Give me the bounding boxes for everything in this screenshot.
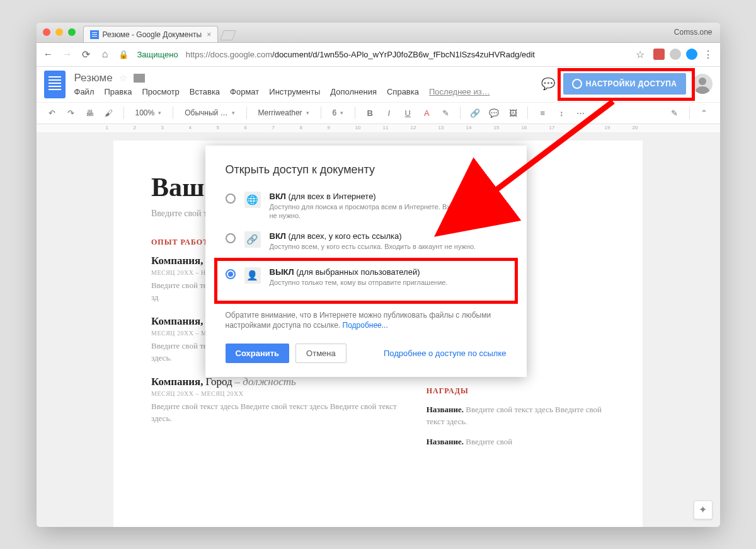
google-docs-logo-icon[interactable] <box>44 71 66 98</box>
window-maximize-icon[interactable] <box>68 28 76 36</box>
window-close-icon[interactable] <box>43 28 50 36</box>
extension-icon[interactable] <box>653 49 665 60</box>
redo-icon[interactable]: ↷ <box>64 106 78 120</box>
home-icon[interactable]: ⌂ <box>100 49 111 60</box>
address-bar: ← → ⟳ ⌂ 🔒 Защищено https://docs.google.c… <box>37 43 720 67</box>
collapse-toolbar-icon[interactable]: ⌃ <box>697 106 711 120</box>
window-titlebar: Резюме - Google Документы × Comss.one <box>37 23 720 43</box>
bold-icon[interactable]: B <box>363 106 377 120</box>
browser-tab[interactable]: Резюме - Google Документы × <box>83 26 219 42</box>
line-spacing-icon[interactable]: ‌↕ <box>554 106 568 120</box>
link-icon[interactable]: 🔗 <box>468 106 482 120</box>
option-icon: 👤 <box>244 267 261 284</box>
menu-tools[interactable]: Инструменты <box>269 87 320 96</box>
comment-icon[interactable]: 💬 <box>487 106 501 120</box>
font-size-select[interactable]: 6 <box>329 107 348 118</box>
undo-icon[interactable]: ↶ <box>45 106 59 120</box>
menu-help[interactable]: Справка <box>387 87 419 96</box>
lock-icon[interactable]: 🔒 <box>118 50 129 59</box>
share-button[interactable]: НАСТРОЙКИ ДОСТУПА <box>563 73 686 95</box>
forward-icon: → <box>62 49 73 60</box>
cancel-button[interactable]: Отмена <box>295 344 346 363</box>
secure-label: Защищено <box>137 50 178 59</box>
highlight-icon[interactable]: ✎ <box>438 106 452 120</box>
align-icon[interactable]: ≡ <box>536 106 549 120</box>
editing-mode-icon[interactable]: ✎ <box>668 106 682 120</box>
dialog-title: Открыть доступ к документу <box>226 163 507 176</box>
dialog-note: Обратите внимание, что в Интернете можно… <box>226 310 507 332</box>
tab-close-icon[interactable]: × <box>207 30 211 39</box>
docs-toolbar: ↶ ↷ 🖶 🖌 100% Обычный … Merriweather 6 B … <box>37 102 720 124</box>
globe-icon <box>572 79 582 89</box>
learn-more-link[interactable]: Подробнее... <box>343 321 388 330</box>
experience-entry[interactable]: Компания, Город – должность МЕСЯЦ 20XX –… <box>151 376 401 425</box>
extension-icon[interactable] <box>670 49 681 60</box>
radio-icon[interactable] <box>226 194 236 204</box>
print-icon[interactable]: 🖶 <box>83 106 97 120</box>
last-edit-link[interactable]: Последнее из… <box>429 87 490 96</box>
docs-header: Резюме ☆ Файл Правка Просмотр Вставка Фо… <box>37 67 720 102</box>
url-field[interactable]: https://docs.google.com/document/d/1wn55… <box>186 50 627 59</box>
underline-icon[interactable]: U <box>401 106 415 120</box>
star-icon[interactable]: ☆ <box>119 72 127 84</box>
award-entry[interactable]: Название. Введите свой текст здесь Введи… <box>427 403 605 428</box>
back-icon[interactable]: ← <box>43 49 54 60</box>
menu-format[interactable]: Формат <box>230 87 259 96</box>
radio-icon[interactable] <box>226 233 236 243</box>
zoom-select[interactable]: 100% <box>132 107 166 118</box>
save-button[interactable]: Сохранить <box>226 344 290 363</box>
menu-insert[interactable]: Вставка <box>190 87 220 96</box>
option-icon: 🔗 <box>244 231 261 248</box>
style-select[interactable]: Обычный … <box>181 107 238 118</box>
window-minimize-icon[interactable] <box>55 28 63 36</box>
text-color-icon[interactable]: A <box>420 106 433 120</box>
italic-icon[interactable]: I <box>382 106 396 120</box>
user-avatar[interactable] <box>692 74 713 94</box>
paint-format-icon[interactable]: 🖌 <box>102 106 116 120</box>
share-settings-dialog: Открыть доступ к документу 🌐 ВКЛ (для вс… <box>205 146 527 378</box>
comments-icon[interactable]: 💬 <box>539 75 557 93</box>
font-select[interactable]: Merriweather <box>255 107 313 118</box>
share-option[interactable]: 👤 ВЫКЛ (для выбранных пользователей) Дос… <box>226 266 507 288</box>
document-title[interactable]: Резюме <box>74 72 113 84</box>
new-tab-button[interactable] <box>220 30 236 40</box>
award-entry[interactable]: Название. Введите свой <box>427 436 605 448</box>
menu-view[interactable]: Просмотр <box>142 87 179 96</box>
browser-window: Резюме - Google Документы × Comss.one ← … <box>37 23 720 527</box>
menu-addons[interactable]: Дополнения <box>330 87 377 96</box>
folder-icon[interactable] <box>134 74 145 83</box>
ruler[interactable]: 1234567891011121314151617181920 <box>37 124 720 133</box>
reload-icon[interactable]: ⟳ <box>81 49 92 61</box>
docs-menubar: Файл Правка Просмотр Вставка Формат Инст… <box>74 87 490 96</box>
share-option[interactable]: 🌐 ВКЛ (для всех в Интернете) Доступно дл… <box>226 190 507 222</box>
docs-favicon-icon <box>90 30 99 39</box>
section-header[interactable]: НАГРАДЫ <box>427 386 605 396</box>
link-sharing-details[interactable]: Подробнее о доступе по ссылке <box>384 349 507 358</box>
more-icon[interactable]: ⋯ <box>573 106 587 120</box>
bookmark-star-icon[interactable]: ☆ <box>634 49 646 61</box>
share-option[interactable]: 🔗 ВКЛ (для всех, у кого есть ссылка) Дос… <box>226 230 507 252</box>
explore-button[interactable]: ✦ <box>694 500 713 519</box>
image-icon[interactable]: 🖼 <box>506 106 520 120</box>
menu-edit[interactable]: Правка <box>104 87 132 96</box>
annotation-highlight-box: 👤 ВЫКЛ (для выбранных пользователей) Дос… <box>214 258 518 303</box>
menu-file[interactable]: Файл <box>74 87 94 96</box>
tab-title: Резюме - Google Документы <box>103 30 202 39</box>
extension-icon[interactable] <box>686 49 697 60</box>
option-icon: 🌐 <box>244 192 261 208</box>
site-brand: Comss.one <box>674 28 713 37</box>
browser-menu-icon[interactable]: ⋮ <box>702 49 714 61</box>
radio-icon[interactable] <box>226 269 236 279</box>
